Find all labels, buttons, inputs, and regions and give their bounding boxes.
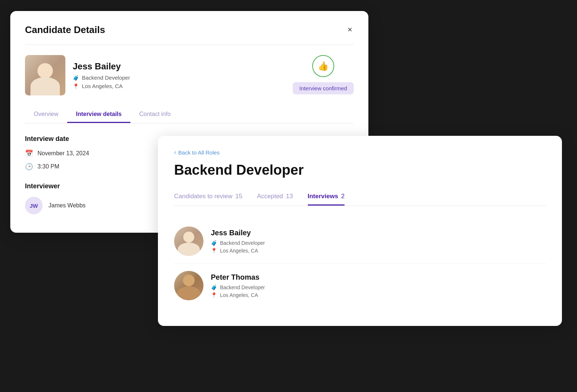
list-candidate-info-jess: Jess Bailey 🧳 Backend Developer 📍 Los An…	[211, 229, 265, 254]
tab-accepted-count: 13	[286, 193, 293, 200]
location-icon: 📍	[73, 83, 79, 89]
list-location: Los Angeles, CA	[220, 292, 258, 298]
candidate-profile: Jess Bailey 🧳 Backend Developer 📍 Los An…	[25, 55, 354, 95]
candidate-role-item: 🧳 Backend Developer	[73, 75, 130, 81]
interviewer-avatar: JW	[25, 197, 43, 214]
tab-overview[interactable]: Overview	[25, 106, 67, 123]
interview-time: 3:30 PM	[37, 163, 59, 170]
tab-candidates-count: 15	[235, 193, 242, 200]
candidate-tabs: Overview Interview details Contact info	[25, 106, 354, 123]
modal-title: Candidate Details	[25, 24, 105, 36]
list-role-item: 🧳 Backend Developer	[211, 284, 265, 290]
list-candidate-name: Peter Thomas	[211, 273, 265, 282]
list-location-item: 📍 Los Angeles, CA	[211, 248, 265, 254]
briefcase-icon: 🧳	[73, 75, 79, 81]
list-avatar-peter	[174, 271, 203, 300]
list-candidate-info-peter: Peter Thomas 🧳 Backend Developer 📍 Los A…	[211, 273, 265, 298]
tab-accepted[interactable]: Accepted 13	[257, 188, 293, 206]
candidate-avatar	[25, 55, 65, 95]
list-location-icon: 📍	[211, 292, 217, 298]
list-item[interactable]: Peter Thomas 🧳 Backend Developer 📍 Los A…	[174, 264, 546, 308]
tab-interviews[interactable]: Interviews 2	[308, 188, 345, 206]
thumbs-up-button[interactable]: 👍	[312, 55, 334, 77]
chevron-left-icon: ‹	[174, 149, 176, 156]
list-location-icon: 📍	[211, 248, 217, 254]
interview-confirmed-badge: Interview confirmed	[293, 82, 354, 94]
interviewer-name: James Webbs	[48, 202, 86, 209]
list-location-item: 📍 Los Angeles, CA	[211, 292, 265, 298]
tab-interview-details[interactable]: Interview details	[67, 106, 131, 123]
backend-developer-panel: ‹ Back to All Roles Backend Developer Ca…	[158, 136, 562, 326]
clock-icon: 🕒	[25, 163, 33, 171]
back-to-roles-button[interactable]: ‹ Back to All Roles	[174, 149, 220, 156]
list-meta: 🧳 Backend Developer 📍 Los Angeles, CA	[211, 240, 265, 254]
list-role: Backend Developer	[220, 240, 265, 246]
candidate-left: Jess Bailey 🧳 Backend Developer 📍 Los An…	[25, 55, 130, 95]
panel-tabs: Candidates to review 15 Accepted 13 Inte…	[174, 188, 546, 206]
close-button[interactable]: ×	[346, 24, 354, 35]
candidate-meta: 🧳 Backend Developer 📍 Los Angeles, CA	[73, 75, 130, 89]
candidates-list: Jess Bailey 🧳 Backend Developer 📍 Los An…	[174, 219, 546, 308]
candidate-right: 👍 Interview confirmed	[293, 55, 354, 94]
list-item[interactable]: Jess Bailey 🧳 Backend Developer 📍 Los An…	[174, 219, 546, 264]
modal-header: Candidate Details ×	[25, 24, 354, 36]
panel-title: Backend Developer	[174, 162, 546, 178]
list-role: Backend Developer	[220, 284, 265, 290]
candidate-info: Jess Bailey 🧳 Backend Developer 📍 Los An…	[73, 61, 130, 89]
tab-candidates-label: Candidates to review	[174, 193, 232, 200]
interview-date: November 13, 2024	[37, 150, 89, 157]
list-briefcase-icon: 🧳	[211, 240, 217, 246]
list-location: Los Angeles, CA	[220, 248, 258, 254]
candidate-location-item: 📍 Los Angeles, CA	[73, 83, 130, 89]
tab-interviews-count: 2	[341, 193, 345, 200]
list-avatar-jess	[174, 226, 203, 256]
modal-divider	[25, 44, 354, 45]
back-label: Back to All Roles	[178, 149, 220, 156]
calendar-icon: 📅	[25, 149, 33, 157]
list-role-item: 🧳 Backend Developer	[211, 240, 265, 246]
candidate-location: Los Angeles, CA	[82, 83, 123, 89]
candidate-name: Jess Bailey	[73, 61, 130, 72]
tab-contact-info[interactable]: Contact info	[130, 106, 179, 123]
list-briefcase-icon: 🧳	[211, 284, 217, 290]
list-candidate-name: Jess Bailey	[211, 229, 265, 237]
tab-accepted-label: Accepted	[257, 193, 283, 200]
list-meta: 🧳 Backend Developer 📍 Los Angeles, CA	[211, 284, 265, 298]
candidate-role: Backend Developer	[82, 75, 130, 81]
tab-interviews-label: Interviews	[308, 193, 338, 200]
tab-candidates-to-review[interactable]: Candidates to review 15	[174, 188, 242, 206]
